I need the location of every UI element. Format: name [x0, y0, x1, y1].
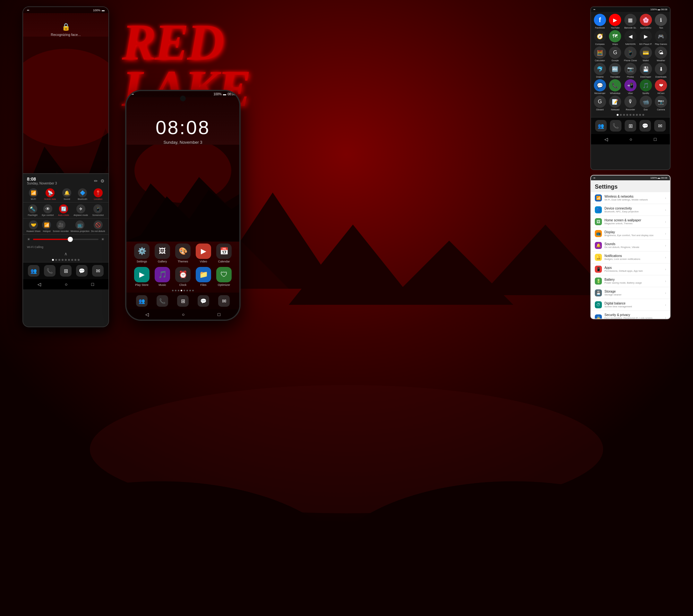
app-optimizer[interactable]: 🛡 Optimizer	[216, 267, 232, 286]
app-diskdigger[interactable]: 💾 DiskDigger	[639, 63, 653, 78]
settings-icon[interactable]: ⚙	[100, 178, 104, 183]
settings-display[interactable]: 📺 Display Brightness, Eye comfort, Text …	[591, 228, 670, 240]
app-mxplayer[interactable]: ▶ MX Player P.	[639, 30, 653, 45]
settings-digital-balance[interactable]: ⏱ Digital balance Screen time management…	[591, 299, 670, 311]
ag-dock-contacts[interactable]: 👥	[595, 120, 607, 132]
app-video[interactable]: ▶ Video	[196, 243, 211, 263]
app-notepad[interactable]: 📝 Notepad	[608, 96, 622, 111]
app-files[interactable]: 📁 Files	[196, 267, 211, 286]
wireless-proj-label: Wireless projection	[71, 230, 90, 232]
toggle-airplane[interactable]: ✈ Airplane mode	[74, 204, 88, 216]
app-settings[interactable]: ⚙️ Settings	[134, 243, 150, 263]
toggle-wireless-proj[interactable]: 📺 Wireless projection	[71, 220, 90, 232]
ag-nav-recents[interactable]: □	[654, 137, 656, 142]
toggle-wifi[interactable]: 📶 Wi-Fi	[29, 188, 38, 200]
app-recorder[interactable]: 🎙 Recorder	[623, 96, 637, 111]
app-dolphin[interactable]: 🐬 Dolphin	[593, 63, 607, 78]
ag-dock-messages[interactable]: 💬	[639, 120, 651, 132]
center-dock-messages[interactable]: 💬	[198, 295, 209, 307]
app-navigon[interactable]: ◀ NAVIGON	[623, 30, 637, 45]
ag-dock-phone[interactable]: 📞	[610, 120, 621, 132]
app-youtube[interactable]: ▶ YouTube	[608, 14, 622, 29]
nav-home[interactable]: ○	[65, 282, 67, 287]
dock-contacts[interactable]: 👥	[28, 265, 39, 277]
center-nav-home[interactable]: ○	[182, 312, 184, 317]
app-calendar[interactable]: 📅 Calendar	[216, 243, 232, 263]
settings-security[interactable]: 🔒 Security & privacy Face recognition, F…	[591, 311, 670, 319]
settings-storage[interactable]: 💾 Storage Storage cleaner ›	[591, 287, 670, 299]
play-games-icon: 🎮	[655, 30, 667, 42]
toggle-mobile-data[interactable]: 📡 Mobile data	[44, 188, 56, 200]
app-wallet[interactable]: 💳 Wallet	[639, 46, 653, 62]
battery-text: Battery Power saving mode, Battery usage	[605, 278, 662, 284]
center-nav-back[interactable]: ◁	[145, 312, 149, 317]
ag-nav-home[interactable]: ○	[630, 137, 632, 142]
settings-wireless[interactable]: 📶 Wireless & networks Wi-Fi, Dual SIM se…	[591, 192, 670, 204]
center-dock-contacts[interactable]: 👥	[136, 295, 147, 307]
toggle-auto-rotate[interactable]: 🔄 Auto-rotate	[58, 204, 69, 216]
app-facebook[interactable]: f Facebook	[593, 14, 607, 29]
settings-notifications[interactable]: 🔔 Notifications Badges, Lock screen noti…	[591, 252, 670, 263]
brightness-slider[interactable]	[33, 239, 99, 240]
app-google[interactable]: G Google	[608, 46, 622, 62]
app-barcode[interactable]: ▦ Barcode Sc.	[623, 14, 637, 29]
app-downloads[interactable]: ⬇ Downloads	[654, 63, 668, 78]
app-whatsapp[interactable]: 📞 WhatsApp	[608, 79, 622, 94]
toggle-eye-comfort[interactable]: 👁 Eye comfort	[42, 204, 54, 216]
phone-clone-label: Phone Clone	[624, 59, 637, 62]
toggle-flashlight[interactable]: 🔦 Flashlight	[28, 204, 38, 216]
toggle-dnd[interactable]: 🚫 Do not disturb	[91, 220, 105, 232]
app-calculator[interactable]: 🧮 Calculator	[593, 46, 607, 62]
app-grid-nav: ◁ ○ □	[591, 134, 670, 144]
nav-recents[interactable]: □	[92, 282, 94, 287]
huawei-share-label: Huawei Share	[27, 230, 41, 232]
settings-homescreen[interactable]: 🖼 Home screen & wallpaper Magazine unloc…	[591, 216, 670, 228]
app-spotify[interactable]: 🎵 Spotify	[639, 79, 653, 94]
ag-nav-back[interactable]: ◁	[605, 137, 608, 142]
app-maps[interactable]: 🗺 Maps	[608, 30, 622, 45]
app-hicare[interactable]: ❤ HiCare	[654, 79, 668, 94]
settings-device-conn[interactable]: 🔵 Device connectivity Bluetooth, NFC, Ea…	[591, 204, 670, 216]
app-weather[interactable]: 🌤 Weather	[654, 46, 668, 62]
edit-icon[interactable]: ✏	[94, 178, 98, 183]
app-appgallery[interactable]: 🌸 AppGallery	[639, 14, 653, 29]
toggle-location[interactable]: 📍 Location	[94, 188, 103, 200]
settings-apps[interactable]: 📱 Apps Permissions, Default apps, App tw…	[591, 263, 670, 275]
toggle-sound[interactable]: 🔔 Sound	[62, 188, 71, 200]
toggle-screenshot[interactable]: 📱 Screenshot	[93, 204, 104, 216]
settings-sounds[interactable]: 🔔 Sounds Do not disturb, Ringtone, Vibra…	[591, 240, 670, 252]
app-themes[interactable]: 🎨 Themes	[175, 243, 191, 263]
toggle-hotspot[interactable]: 📶 Hotspot	[42, 220, 51, 232]
toggle-huawei-share[interactable]: 🤝 Huawei Share	[27, 220, 41, 232]
settings-battery[interactable]: 🔋 Battery Power saving mode, Battery usa…	[591, 275, 670, 287]
center-dock-apps[interactable]: ⊞	[177, 295, 189, 307]
ag-dock-apps[interactable]: ⊞	[625, 120, 636, 132]
dock-apps[interactable]: ⊞	[60, 265, 72, 277]
nav-back[interactable]: ◁	[38, 282, 41, 287]
dock-messages[interactable]: 💬	[76, 265, 87, 277]
app-play-games[interactable]: 🎮 Play Games	[654, 30, 668, 45]
app-phone-clone[interactable]: 📱 Phone Clone	[623, 46, 637, 62]
app-messenger[interactable]: 💬 Messenger	[593, 79, 607, 94]
app-viber[interactable]: 📲 Viber	[623, 79, 637, 94]
app-translator[interactable]: 🔤 Translator	[608, 63, 622, 78]
center-dock-phone[interactable]: 📞	[157, 295, 168, 307]
app-duo[interactable]: 📹 Duo	[639, 96, 653, 111]
ag-dock-email[interactable]: ✉	[654, 120, 666, 132]
center-nav-recents[interactable]: □	[218, 312, 220, 317]
dock-email[interactable]: ✉	[92, 265, 104, 277]
app-compass[interactable]: 🧭 Compass	[593, 30, 607, 45]
dock-phone[interactable]: 📞	[44, 265, 56, 277]
app-gallery[interactable]: 🖼 Gallery	[155, 243, 170, 263]
toggle-bluetooth[interactable]: 🔷 Bluetooth	[78, 188, 87, 200]
collapse-button[interactable]: ∧	[23, 250, 108, 258]
app-music[interactable]: 🎵 Music	[155, 267, 170, 286]
app-clock[interactable]: ⏰ Clock	[175, 267, 191, 286]
center-dock-email[interactable]: ✉	[218, 295, 230, 307]
app-photos[interactable]: 📷 Photos	[623, 63, 637, 78]
app-gboard[interactable]: G Gboard	[593, 96, 607, 111]
toggle-screen-recorder[interactable]: 🎥 Screen recorder	[53, 220, 69, 232]
app-play-store[interactable]: ▶ Play Store	[134, 267, 150, 286]
app-tips[interactable]: ℹ Tips	[654, 14, 668, 29]
app-camera[interactable]: 📷 Camera	[654, 96, 668, 111]
